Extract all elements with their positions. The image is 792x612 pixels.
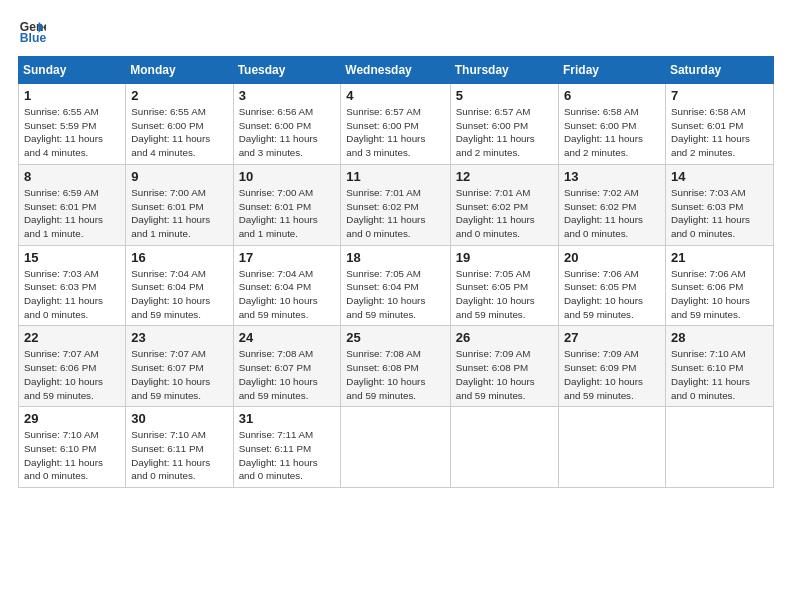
weekday-header-row: SundayMondayTuesdayWednesdayThursdayFrid… (19, 57, 774, 84)
calendar-cell: 16Sunrise: 7:04 AMSunset: 6:04 PMDayligh… (126, 245, 233, 326)
day-info: Sunrise: 6:58 AMSunset: 6:01 PMDaylight:… (671, 105, 768, 160)
calendar-cell: 14Sunrise: 7:03 AMSunset: 6:03 PMDayligh… (665, 164, 773, 245)
calendar-cell: 13Sunrise: 7:02 AMSunset: 6:02 PMDayligh… (559, 164, 666, 245)
day-info: Sunrise: 7:02 AMSunset: 6:02 PMDaylight:… (564, 186, 660, 241)
day-number: 2 (131, 88, 227, 103)
day-info: Sunrise: 7:05 AMSunset: 6:04 PMDaylight:… (346, 267, 444, 322)
calendar-cell: 3Sunrise: 6:56 AMSunset: 6:00 PMDaylight… (233, 84, 341, 165)
day-number: 21 (671, 250, 768, 265)
calendar-cell: 22Sunrise: 7:07 AMSunset: 6:06 PMDayligh… (19, 326, 126, 407)
calendar-cell: 6Sunrise: 6:58 AMSunset: 6:00 PMDaylight… (559, 84, 666, 165)
weekday-header-tuesday: Tuesday (233, 57, 341, 84)
day-info: Sunrise: 7:00 AMSunset: 6:01 PMDaylight:… (239, 186, 336, 241)
day-info: Sunrise: 7:06 AMSunset: 6:05 PMDaylight:… (564, 267, 660, 322)
day-info: Sunrise: 7:03 AMSunset: 6:03 PMDaylight:… (24, 267, 120, 322)
header: General Blue (18, 18, 774, 46)
day-info: Sunrise: 7:00 AMSunset: 6:01 PMDaylight:… (131, 186, 227, 241)
day-number: 1 (24, 88, 120, 103)
day-info: Sunrise: 7:10 AMSunset: 6:10 PMDaylight:… (24, 428, 120, 483)
calendar-cell: 4Sunrise: 6:57 AMSunset: 6:00 PMDaylight… (341, 84, 450, 165)
day-number: 7 (671, 88, 768, 103)
week-row-2: 8Sunrise: 6:59 AMSunset: 6:01 PMDaylight… (19, 164, 774, 245)
week-row-1: 1Sunrise: 6:55 AMSunset: 5:59 PMDaylight… (19, 84, 774, 165)
weekday-header-monday: Monday (126, 57, 233, 84)
day-number: 6 (564, 88, 660, 103)
calendar-cell: 21Sunrise: 7:06 AMSunset: 6:06 PMDayligh… (665, 245, 773, 326)
day-number: 25 (346, 330, 444, 345)
calendar-cell: 15Sunrise: 7:03 AMSunset: 6:03 PMDayligh… (19, 245, 126, 326)
day-info: Sunrise: 7:03 AMSunset: 6:03 PMDaylight:… (671, 186, 768, 241)
day-number: 5 (456, 88, 553, 103)
day-info: Sunrise: 7:07 AMSunset: 6:07 PMDaylight:… (131, 347, 227, 402)
day-info: Sunrise: 7:09 AMSunset: 6:09 PMDaylight:… (564, 347, 660, 402)
day-number: 11 (346, 169, 444, 184)
day-info: Sunrise: 6:56 AMSunset: 6:00 PMDaylight:… (239, 105, 336, 160)
calendar-cell (665, 407, 773, 488)
logo-icon: General Blue (18, 18, 46, 46)
day-number: 28 (671, 330, 768, 345)
calendar-cell: 20Sunrise: 7:06 AMSunset: 6:05 PMDayligh… (559, 245, 666, 326)
day-number: 24 (239, 330, 336, 345)
day-info: Sunrise: 6:59 AMSunset: 6:01 PMDaylight:… (24, 186, 120, 241)
day-info: Sunrise: 7:08 AMSunset: 6:07 PMDaylight:… (239, 347, 336, 402)
day-number: 17 (239, 250, 336, 265)
day-number: 30 (131, 411, 227, 426)
calendar-cell: 9Sunrise: 7:00 AMSunset: 6:01 PMDaylight… (126, 164, 233, 245)
day-number: 9 (131, 169, 227, 184)
weekday-header-sunday: Sunday (19, 57, 126, 84)
day-info: Sunrise: 7:10 AMSunset: 6:11 PMDaylight:… (131, 428, 227, 483)
weekday-header-saturday: Saturday (665, 57, 773, 84)
day-number: 14 (671, 169, 768, 184)
day-info: Sunrise: 7:04 AMSunset: 6:04 PMDaylight:… (131, 267, 227, 322)
calendar-cell: 23Sunrise: 7:07 AMSunset: 6:07 PMDayligh… (126, 326, 233, 407)
day-info: Sunrise: 7:09 AMSunset: 6:08 PMDaylight:… (456, 347, 553, 402)
day-number: 8 (24, 169, 120, 184)
day-number: 10 (239, 169, 336, 184)
day-info: Sunrise: 7:06 AMSunset: 6:06 PMDaylight:… (671, 267, 768, 322)
calendar-cell: 25Sunrise: 7:08 AMSunset: 6:08 PMDayligh… (341, 326, 450, 407)
day-number: 3 (239, 88, 336, 103)
day-number: 19 (456, 250, 553, 265)
week-row-4: 22Sunrise: 7:07 AMSunset: 6:06 PMDayligh… (19, 326, 774, 407)
calendar-cell: 31Sunrise: 7:11 AMSunset: 6:11 PMDayligh… (233, 407, 341, 488)
day-info: Sunrise: 7:08 AMSunset: 6:08 PMDaylight:… (346, 347, 444, 402)
day-info: Sunrise: 6:57 AMSunset: 6:00 PMDaylight:… (456, 105, 553, 160)
calendar-cell: 1Sunrise: 6:55 AMSunset: 5:59 PMDaylight… (19, 84, 126, 165)
day-number: 27 (564, 330, 660, 345)
calendar-cell: 11Sunrise: 7:01 AMSunset: 6:02 PMDayligh… (341, 164, 450, 245)
day-number: 23 (131, 330, 227, 345)
calendar-cell: 7Sunrise: 6:58 AMSunset: 6:01 PMDaylight… (665, 84, 773, 165)
calendar-cell: 17Sunrise: 7:04 AMSunset: 6:04 PMDayligh… (233, 245, 341, 326)
day-info: Sunrise: 6:57 AMSunset: 6:00 PMDaylight:… (346, 105, 444, 160)
calendar-cell: 30Sunrise: 7:10 AMSunset: 6:11 PMDayligh… (126, 407, 233, 488)
calendar-cell (341, 407, 450, 488)
logo: General Blue (18, 18, 48, 46)
day-info: Sunrise: 6:55 AMSunset: 6:00 PMDaylight:… (131, 105, 227, 160)
day-info: Sunrise: 7:07 AMSunset: 6:06 PMDaylight:… (24, 347, 120, 402)
day-number: 26 (456, 330, 553, 345)
svg-text:Blue: Blue (20, 31, 46, 45)
weekday-header-friday: Friday (559, 57, 666, 84)
calendar-cell: 2Sunrise: 6:55 AMSunset: 6:00 PMDaylight… (126, 84, 233, 165)
day-info: Sunrise: 6:58 AMSunset: 6:00 PMDaylight:… (564, 105, 660, 160)
day-info: Sunrise: 7:01 AMSunset: 6:02 PMDaylight:… (346, 186, 444, 241)
day-info: Sunrise: 7:05 AMSunset: 6:05 PMDaylight:… (456, 267, 553, 322)
calendar-table: SundayMondayTuesdayWednesdayThursdayFrid… (18, 56, 774, 488)
day-info: Sunrise: 6:55 AMSunset: 5:59 PMDaylight:… (24, 105, 120, 160)
calendar-cell: 26Sunrise: 7:09 AMSunset: 6:08 PMDayligh… (450, 326, 558, 407)
week-row-3: 15Sunrise: 7:03 AMSunset: 6:03 PMDayligh… (19, 245, 774, 326)
calendar-cell: 5Sunrise: 6:57 AMSunset: 6:00 PMDaylight… (450, 84, 558, 165)
day-info: Sunrise: 7:01 AMSunset: 6:02 PMDaylight:… (456, 186, 553, 241)
day-info: Sunrise: 7:04 AMSunset: 6:04 PMDaylight:… (239, 267, 336, 322)
day-number: 18 (346, 250, 444, 265)
calendar-cell: 10Sunrise: 7:00 AMSunset: 6:01 PMDayligh… (233, 164, 341, 245)
calendar-cell: 18Sunrise: 7:05 AMSunset: 6:04 PMDayligh… (341, 245, 450, 326)
weekday-header-wednesday: Wednesday (341, 57, 450, 84)
day-number: 22 (24, 330, 120, 345)
day-number: 20 (564, 250, 660, 265)
day-number: 16 (131, 250, 227, 265)
day-info: Sunrise: 7:10 AMSunset: 6:10 PMDaylight:… (671, 347, 768, 402)
day-number: 15 (24, 250, 120, 265)
weekday-header-thursday: Thursday (450, 57, 558, 84)
calendar-cell (450, 407, 558, 488)
